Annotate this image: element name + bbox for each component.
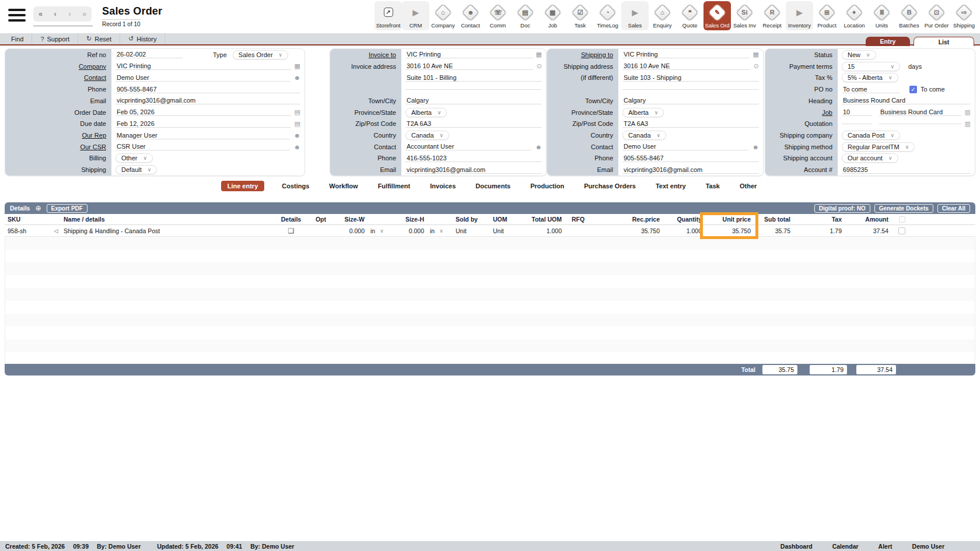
footer-link[interactable]: Dashboard (780, 543, 813, 550)
last-record-button[interactable]: » (77, 6, 92, 22)
section-tab[interactable]: Text entry (653, 181, 688, 191)
toolbar-item[interactable]: ⌂ Enquiry (649, 1, 676, 30)
shipping-company-select[interactable]: Canada Post∨ (842, 131, 900, 140)
invoice-address2-input[interactable]: Suite 101 - Billing (405, 74, 542, 82)
type-select[interactable]: Sales Order∨ (233, 50, 288, 59)
po-no-input[interactable]: To come (842, 86, 900, 93)
select-all-checkbox[interactable] (899, 216, 905, 223)
toolbar-item[interactable]: ⊡ Pur Order (923, 1, 950, 30)
company-input[interactable]: VIC Printing (116, 62, 291, 70)
phone-input[interactable]: 905-555-8467 (116, 86, 300, 93)
toolbar-item[interactable]: Si Sales Inv (731, 1, 758, 30)
toolbar-item[interactable]: ❝ Quote (676, 1, 704, 30)
shipping-email-input[interactable]: vicprinting3016@gmail.com (622, 166, 759, 174)
toolbar-item[interactable]: B Batches (895, 1, 923, 30)
add-line-icon[interactable]: ⊕ (35, 204, 41, 212)
action-bar-item[interactable]: Find (0, 33, 32, 44)
location-icon[interactable]: ⊙ (533, 62, 542, 70)
invoice-to-link[interactable]: Invoice to (330, 49, 401, 61)
person-icon[interactable]: ☻ (290, 132, 300, 139)
our-rep-link[interactable]: Our Rep (5, 129, 111, 141)
section-tab[interactable]: Other (737, 181, 759, 191)
shipping-country-select[interactable]: Canada∨ (622, 131, 666, 140)
cell-sku[interactable]: 958-sh (5, 227, 51, 234)
cell-rec-price[interactable]: 35.750 (592, 227, 663, 234)
cell-quantity[interactable]: 1.000 (663, 227, 705, 234)
hamburger-menu-icon[interactable] (8, 9, 26, 24)
size-h-unit-select[interactable]: in∨ (427, 227, 453, 234)
status-select[interactable]: New∨ (842, 50, 876, 59)
cell-size-h[interactable]: 0.000 (393, 227, 427, 234)
person-icon[interactable]: ☻ (531, 143, 542, 150)
toolbar-item[interactable]: ☻ Contact (457, 1, 484, 30)
tax-select[interactable]: 5% - Alberta∨ (842, 73, 898, 82)
next-record-button[interactable]: › (62, 6, 77, 22)
account-number-input[interactable]: 6985235 (842, 166, 971, 174)
section-tab[interactable]: Line entry (221, 181, 265, 191)
company-link[interactable]: Company (5, 61, 111, 72)
previous-record-button[interactable]: ‹ (48, 6, 62, 22)
job-name-input[interactable]: Business Round Card (879, 108, 961, 116)
ref-no-input[interactable]: 26-02-002 (116, 51, 183, 58)
cell-unit-price[interactable]: 35.750 (705, 227, 754, 234)
quotation-number-input[interactable] (842, 124, 872, 124)
toolbar-item[interactable]: Ⅲ Units (868, 1, 895, 30)
shipping-phone-input[interactable]: 905-555-8467 (622, 155, 759, 162)
toolbar-item[interactable]: ◔ TimeLog (594, 1, 621, 30)
quotation-name-input[interactable] (879, 124, 961, 124)
collapse-icon[interactable]: ◁ (51, 228, 61, 234)
to-come-checkbox[interactable]: ✓ (909, 86, 917, 93)
shipping-select[interactable]: Default∨ (116, 165, 157, 174)
calendar-icon[interactable]: ▤ (291, 108, 300, 116)
footer-link[interactable]: Alert (878, 543, 892, 550)
first-record-button[interactable]: « (33, 6, 48, 22)
section-tab[interactable]: Invoices (428, 181, 458, 191)
digital-proof-button[interactable]: Digital proof: NO (814, 204, 870, 213)
shipping-town-input[interactable]: Calgary (622, 97, 759, 104)
footer-link[interactable]: Calendar (832, 543, 859, 550)
building-icon[interactable]: ▦ (750, 51, 759, 58)
toolbar-item[interactable]: ▶ Sales (621, 1, 649, 30)
toolbar-item[interactable]: ☏ Comm (484, 1, 512, 30)
section-tab[interactable]: Task (704, 181, 722, 191)
section-tab[interactable]: Fulfillment (376, 181, 413, 191)
cell-uom[interactable]: Unit (490, 227, 533, 234)
action-bar-item[interactable]: ↻ Reset (78, 33, 120, 44)
shipping-contact-input[interactable]: Demo User (622, 143, 748, 150)
invoice-town-input[interactable]: Calgary (405, 97, 542, 104)
due-date-input[interactable]: Feb 12, 2026 (116, 120, 291, 128)
billing-select[interactable]: Other∨ (116, 153, 153, 163)
toolbar-item[interactable]: ⌂ Company (429, 1, 457, 30)
calendar-icon[interactable]: ▤ (291, 120, 300, 128)
quotation-lookup-icon[interactable]: ▥ (961, 120, 971, 128)
shipping-address1-input[interactable]: 3016 10 Ave NE (622, 62, 750, 70)
section-tab[interactable]: Costings (279, 181, 312, 191)
cell-sold-by[interactable]: Unit (453, 227, 490, 234)
payment-terms-select[interactable]: 15∨ (842, 62, 900, 71)
invoice-zip-input[interactable]: T2A 6A3 (405, 120, 542, 128)
invoice-email-input[interactable]: vicprinting3016@gmail.com (405, 166, 542, 174)
shipping-address2-input[interactable]: Suite 103 - Shipping (622, 74, 759, 82)
cell-total-uom[interactable]: 1.000 (533, 227, 565, 234)
shipping-account-select[interactable]: Our account∨ (842, 153, 898, 163)
toolbar-item[interactable]: ▶ Inventory (786, 1, 813, 30)
tab-entry[interactable]: Entry (866, 37, 910, 46)
action-bar-item[interactable]: ↺ History (120, 33, 165, 44)
toolbar-item[interactable]: ⊞ Product (813, 1, 841, 30)
toolbar-item[interactable]: ↗ Storefront (374, 1, 402, 30)
size-w-unit-select[interactable]: in∨ (368, 227, 393, 234)
toolbar-item[interactable]: ▶ CRM (402, 1, 429, 30)
toolbar-item[interactable]: ☑ Task (566, 1, 594, 30)
toolbar-item[interactable]: ▤ Doc (512, 1, 539, 30)
clear-all-button[interactable]: Clear All (937, 204, 970, 213)
export-pdf-button[interactable]: Export PDF (47, 204, 88, 213)
shipping-to-input[interactable]: VIC Printing (622, 51, 750, 58)
footer-link[interactable]: Demo User (912, 543, 944, 550)
person-icon[interactable]: ☻ (290, 74, 300, 81)
toolbar-item[interactable]: ⇨ Shipping (950, 1, 978, 30)
invoice-address3-input[interactable] (405, 89, 542, 90)
our-csr-input[interactable]: CSR User (116, 143, 290, 150)
job-number-input[interactable]: 10 (842, 108, 872, 116)
shipping-province-select[interactable]: Alberta∨ (622, 108, 664, 117)
shipping-zip-input[interactable]: T2A 6A3 (622, 120, 759, 128)
